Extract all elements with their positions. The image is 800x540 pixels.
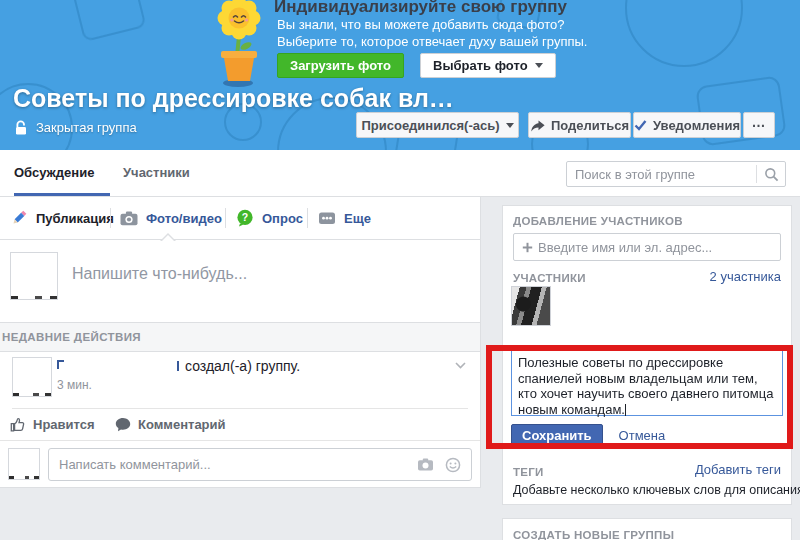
comment-button[interactable]: Комментарий: [115, 409, 226, 439]
lock-icon: [14, 120, 28, 135]
search-button[interactable]: [757, 162, 785, 186]
composer-tab-more-label: Еще: [344, 211, 371, 226]
poll-icon: ?: [236, 209, 254, 227]
pencil-icon: [10, 209, 28, 227]
flower-illustration: [198, 0, 282, 90]
composer-input[interactable]: Напишите что-нибудь...: [72, 265, 247, 283]
upload-photo-button[interactable]: Загрузить фото: [277, 53, 404, 78]
cover-action-buttons: Присоединился(-ась) Поделиться Уведомлен…: [356, 112, 775, 138]
post-options-button[interactable]: [455, 355, 466, 373]
commenter-avatar: [8, 448, 40, 480]
recent-activity-header: НЕДАВНИЕ ДЕЙСТВИЯ: [0, 322, 480, 352]
composer-tab-notch: [160, 233, 176, 241]
tab-discussion-label: Обсуждение: [14, 165, 94, 180]
composer-tab-post[interactable]: Публикация: [10, 197, 114, 239]
cover-promo-line1: Вы знали, что вы можете добавить сюда фо…: [277, 17, 565, 32]
composer-tabs: Публикация Фото/видео ? Опрос: [0, 197, 480, 240]
post-author-name-redacted: [57, 360, 64, 369]
composer-avatar: [10, 252, 58, 300]
post-timestamp[interactable]: 3 мин.: [57, 378, 92, 392]
create-groups-card: СОЗДАТЬ НОВЫЕ ГРУППЫ: [502, 518, 792, 540]
svg-text:?: ?: [242, 211, 248, 223]
composer-tab-separator: [225, 208, 226, 228]
member-avatar-photo[interactable]: [511, 286, 551, 326]
group-sidebar-card: ДОБАВЛЕНИЕ УЧАСТНИКОВ УЧАСТНИКИ 2 участн…: [502, 205, 792, 505]
emoji-icon[interactable]: [445, 457, 461, 473]
add-member-input-box: [513, 233, 781, 261]
joined-button[interactable]: Присоединился(-ась): [356, 112, 519, 138]
active-tab-underline: [14, 193, 110, 196]
camera-icon: [120, 210, 138, 227]
chevron-down-icon: [455, 362, 466, 369]
notifications-label: Уведомления: [653, 118, 740, 133]
thumbs-up-icon: [10, 417, 26, 432]
composer-tab-photo-label: Фото/видео: [146, 211, 222, 226]
chevron-down-icon: [535, 63, 543, 68]
recent-activity-title: НЕДАВНИЕ ДЕЙСТВИЯ: [0, 331, 141, 343]
ellipsis-icon: …: [752, 114, 767, 130]
save-button[interactable]: Сохранить: [511, 424, 603, 447]
add-members-title: ДОБАВЛЕНИЕ УЧАСТНИКОВ: [513, 215, 683, 227]
tab-members-label: Участники: [123, 165, 190, 180]
share-label: Поделиться: [551, 118, 629, 133]
chevron-down-icon: [506, 123, 514, 128]
notifications-button[interactable]: Уведомления: [633, 112, 741, 138]
share-button[interactable]: Поделиться: [528, 112, 631, 138]
plus-icon: [522, 242, 533, 253]
post-author-avatar: [12, 357, 52, 397]
tab-members[interactable]: Участники: [123, 150, 190, 196]
privacy-label: Закрытая группа: [36, 120, 137, 135]
joined-label: Присоединился(-ась): [361, 118, 499, 133]
composer-tab-poll[interactable]: ? Опрос: [236, 197, 303, 239]
comment-area: [0, 440, 480, 488]
tags-hint: Добавьте несколько ключевых слов для опи…: [513, 483, 800, 497]
cover-promo-line2: Выберите то, которое отвечает духу вашей…: [277, 34, 587, 49]
share-icon: [530, 119, 545, 132]
members-count-link[interactable]: 2 участника: [710, 269, 781, 284]
like-label: Нравится: [33, 417, 95, 432]
post-action-text: создал(-а) группу.: [185, 358, 300, 374]
tags-title: ТЕГИ: [513, 466, 544, 478]
create-groups-title: СОЗДАТЬ НОВЫЕ ГРУППЫ: [513, 529, 674, 540]
composer-tab-poll-label: Опрос: [262, 211, 303, 226]
group-title: Советы по дрессировке собак вл…: [13, 84, 454, 113]
group-description-textarea[interactable]: Полезные советы по дрессировке спаниелей…: [511, 350, 783, 416]
composer-tab-separator: [110, 208, 111, 228]
check-icon: [634, 119, 647, 131]
composer-tab-separator: [307, 208, 308, 228]
add-tags-link[interactable]: Добавить теги: [695, 462, 781, 477]
group-search-input[interactable]: [567, 167, 756, 182]
text-cursor: [625, 404, 626, 416]
comment-input[interactable]: [49, 457, 417, 472]
choose-photo-button[interactable]: Выбрать фото: [420, 53, 556, 78]
composer-tab-post-label: Публикация: [36, 211, 114, 226]
facebook-group-page: Индивидуализируйте свою группу Вы знали,…: [0, 0, 800, 540]
attach-photo-icon[interactable]: [417, 457, 434, 472]
tab-discussion[interactable]: Обсуждение: [14, 150, 94, 196]
group-privacy: Закрытая группа: [14, 120, 137, 135]
composer-tab-more[interactable]: Еще: [318, 197, 371, 239]
group-cover: Индивидуализируйте свою группу Вы знали,…: [0, 0, 800, 150]
cancel-link[interactable]: Отмена: [619, 428, 666, 443]
post-action-bar: Нравится Комментарий: [0, 409, 480, 439]
comment-bubble-icon: [115, 417, 131, 432]
more-icon: [318, 209, 336, 227]
group-description-text: Полезные советы по дрессировке спаниелей…: [518, 355, 773, 417]
cover-more-button[interactable]: …: [743, 112, 775, 138]
feed-card: Публикация Фото/видео ? Опрос: [0, 197, 481, 488]
choose-photo-label: Выбрать фото: [433, 58, 528, 73]
comment-input-box: [48, 448, 472, 481]
comment-label: Комментарий: [138, 417, 226, 432]
group-tabbar: Обсуждение Участники: [0, 150, 800, 197]
group-search-box: [566, 161, 786, 187]
cover-promo-title: Индивидуализируйте свою группу: [274, 0, 567, 17]
like-button[interactable]: Нравится: [10, 409, 95, 439]
add-member-input[interactable]: [514, 234, 780, 260]
members-title: УЧАСТНИКИ: [513, 272, 586, 284]
search-icon: [764, 167, 779, 182]
